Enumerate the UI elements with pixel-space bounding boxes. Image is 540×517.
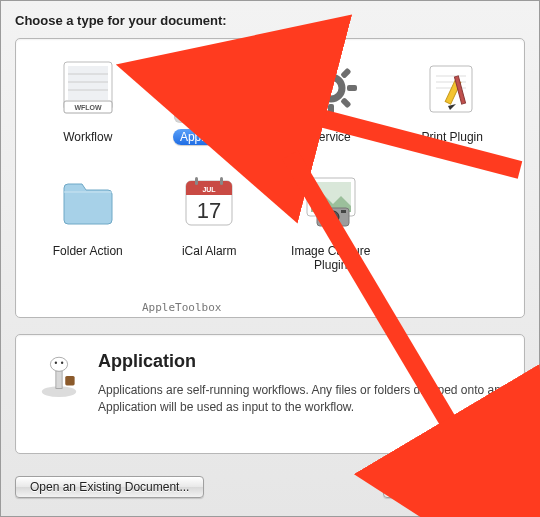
type-label: Service xyxy=(304,129,358,145)
type-label: Application xyxy=(173,129,246,145)
svg-text:17: 17 xyxy=(197,198,221,223)
dialog-prompt: Choose a type for your document: xyxy=(15,13,525,28)
svg-point-11 xyxy=(204,70,207,73)
svg-text:JUL: JUL xyxy=(203,186,217,193)
application-icon xyxy=(174,53,244,123)
svg-rect-18 xyxy=(305,85,315,91)
svg-rect-1 xyxy=(68,66,108,100)
document-type-dialog: Choose a type for your document: WFLOW xyxy=(0,0,540,517)
type-service[interactable]: Service xyxy=(273,53,389,145)
description-body: Applications are self-running workflows.… xyxy=(98,382,506,416)
image-capture-plugin-icon xyxy=(296,167,366,237)
type-label: Workflow xyxy=(56,129,119,145)
svg-rect-19 xyxy=(347,85,357,91)
workflow-icon: WFLOW xyxy=(53,53,123,123)
svg-rect-35 xyxy=(195,177,198,185)
choose-button[interactable]: Choose xyxy=(454,476,525,498)
type-print-plugin[interactable]: Print Plugin xyxy=(395,53,511,145)
print-plugin-icon xyxy=(417,53,487,123)
type-application[interactable]: Application xyxy=(152,53,268,145)
svg-line-14 xyxy=(191,84,203,96)
svg-point-12 xyxy=(212,70,215,73)
type-label: Image Capture Plugin xyxy=(281,243,381,273)
type-label: Folder Action xyxy=(46,243,130,259)
svg-rect-22 xyxy=(310,67,321,78)
type-ical-alarm[interactable]: JUL 17 iCal Alarm xyxy=(152,167,268,273)
svg-rect-16 xyxy=(328,62,334,72)
description-icon xyxy=(34,351,84,435)
type-label: iCal Alarm xyxy=(175,243,244,259)
folder-action-icon xyxy=(53,167,123,237)
svg-point-45 xyxy=(50,357,67,371)
svg-rect-13 xyxy=(217,88,231,102)
svg-rect-21 xyxy=(310,97,321,108)
svg-point-47 xyxy=(61,362,63,364)
svg-rect-23 xyxy=(340,97,351,108)
type-workflow[interactable]: WFLOW Workflow xyxy=(30,53,146,145)
button-row: Open an Existing Document... Close Choos… xyxy=(15,476,525,498)
description-title: Application xyxy=(98,351,506,372)
close-button[interactable]: Close xyxy=(383,476,444,498)
svg-rect-42 xyxy=(341,210,346,213)
svg-rect-48 xyxy=(65,376,74,385)
open-existing-button[interactable]: Open an Existing Document... xyxy=(15,476,204,498)
type-folder-action[interactable]: Folder Action xyxy=(30,167,146,273)
svg-rect-36 xyxy=(220,177,223,185)
svg-rect-20 xyxy=(340,67,351,78)
types-panel: WFLOW Workflow xyxy=(15,38,525,318)
svg-rect-17 xyxy=(328,104,334,114)
svg-text:WFLOW: WFLOW xyxy=(74,104,102,111)
svg-point-15 xyxy=(320,77,342,99)
svg-point-10 xyxy=(198,64,220,82)
svg-point-41 xyxy=(330,214,336,220)
service-icon xyxy=(296,53,366,123)
watermark: AppleToolbox xyxy=(142,301,221,314)
type-image-capture-plugin[interactable]: Image Capture Plugin xyxy=(273,167,389,273)
ical-alarm-icon: JUL 17 xyxy=(174,167,244,237)
svg-point-46 xyxy=(55,362,57,364)
description-panel: Application Applications are self-runnin… xyxy=(15,334,525,454)
type-label: Print Plugin xyxy=(415,129,490,145)
